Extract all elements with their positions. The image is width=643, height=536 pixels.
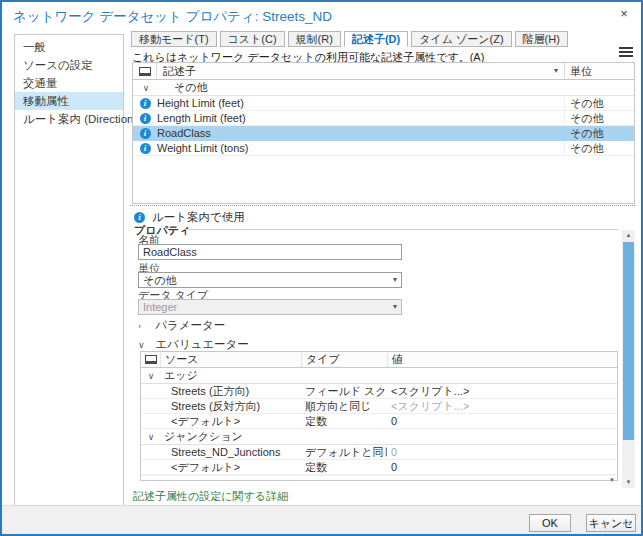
table-row[interactable]: i Length Limit (feet) その他 [133, 111, 634, 126]
scroll-down-icon[interactable]: ▼ [609, 477, 615, 483]
table-row[interactable]: i Height Limit (feet) その他 [133, 96, 634, 111]
evaluators-section-label: エバリュエーター [155, 338, 249, 350]
info-icon: i [133, 96, 157, 110]
unit-select-value: その他 [143, 274, 177, 286]
descriptor-help-link[interactable]: 記述子属性の設定に関する詳細 [133, 489, 288, 504]
tab-hierarchy[interactable]: 階層(H) [515, 31, 568, 47]
close-icon[interactable]: × [616, 6, 632, 21]
divider [185, 229, 618, 230]
evaluator-value: 0 [387, 445, 617, 459]
descriptor-unit: その他 [564, 141, 634, 155]
info-icon: i [133, 126, 157, 140]
chevron-expanded-icon[interactable]: ∨ [133, 81, 159, 96]
source-column-header[interactable]: ソース [161, 352, 301, 367]
sidebar-item-source-settings[interactable]: ソースの設定 [15, 56, 123, 74]
table-row-selected[interactable]: i RoadClass その他 [133, 126, 634, 141]
evaluator-source: <デフォルト> [161, 460, 301, 474]
evaluator-source: Streets (正方向) [161, 384, 301, 398]
datatype-select-value: Integer [143, 301, 177, 313]
descriptor-name: Weight Limit (tons) [157, 141, 564, 155]
table-row[interactable]: Streets (正方向) フィールド スクリプト <スクリプト...> [141, 384, 617, 399]
table-row[interactable]: <デフォルト> 定数 0 [141, 460, 617, 475]
evaluator-source: Streets_ND_Junctions [161, 445, 301, 459]
sidebar-item-travel-attributes[interactable]: 移動属性 [15, 92, 123, 110]
group-label: ジャンクション [164, 430, 243, 442]
table-row[interactable]: <デフォルト> 定数 0 [141, 414, 617, 429]
info-icon: i [134, 212, 145, 223]
tab-restrictions[interactable]: 規制(R) [288, 31, 341, 47]
cancel-button[interactable]: キャンセル [586, 514, 636, 532]
descriptor-table: 記述子 ▾ 単位 ∨ その他 i Height Limit (feet) その他… [132, 62, 635, 204]
evaluator-table-scroll-strip[interactable]: ▼ [141, 475, 617, 484]
descriptor-name: Height Limit (feet) [157, 96, 564, 110]
chevron-down-icon: ∨ [138, 340, 152, 350]
descriptor-name: Length Limit (feet) [157, 111, 564, 125]
sidebar-item-general[interactable]: 一般 [15, 38, 123, 56]
unit-column-header[interactable]: 単位 [564, 63, 634, 79]
tab-time-zones[interactable]: タイム ゾーン(Z) [411, 31, 511, 47]
scroll-down-icon[interactable]: ▼ [622, 477, 635, 488]
sidebar-item-directions[interactable]: ルート案内 (Directions) [15, 110, 123, 128]
evaluator-type: 定数 [301, 460, 387, 474]
descriptor-table-header: 記述子 ▾ 単位 [133, 63, 634, 80]
descriptor-column-label: 記述子 [163, 65, 196, 77]
ok-button[interactable]: OK [529, 514, 571, 532]
table-row[interactable]: Streets (反対方向) 順方向と同じ <スクリプト...> [141, 399, 617, 414]
evaluator-table: ソース タイプ 値 ∨ エッジ Streets (正方向) フィールド スクリプ… [140, 351, 618, 481]
evaluator-group-junctions[interactable]: ∨ ジャンクション [141, 429, 617, 445]
evaluator-value: <スクリプト...> [387, 384, 617, 398]
parameters-section-toggle[interactable]: › パラメーター [138, 318, 225, 333]
type-column-header[interactable]: タイプ [301, 352, 387, 367]
table-row[interactable]: Streets_ND_Junctions デフォルトと同じ 0 [141, 445, 617, 460]
chevron-expanded-icon: ∨ [141, 369, 161, 384]
info-icon: i [133, 141, 157, 155]
datatype-select: Integer ▾ [138, 299, 402, 315]
scrollbar-thumb[interactable] [623, 242, 634, 440]
tab-costs[interactable]: コスト(C) [220, 31, 285, 47]
descriptor-name: RoadClass [157, 126, 564, 140]
scroll-up-icon[interactable]: ▲ [622, 230, 635, 241]
group-label: その他 [174, 81, 208, 93]
display-icon [133, 63, 157, 79]
sidebar: 一般 ソースの設定 交通量 移動属性 ルート案内 (Directions) [14, 34, 124, 507]
evaluator-group-edges[interactable]: ∨ エッジ [141, 368, 617, 384]
evaluator-value: <スクリプト...> [387, 399, 617, 413]
chevron-down-icon: ▾ [393, 273, 397, 287]
descriptor-unit: その他 [564, 96, 634, 110]
table-row[interactable]: i Weight Limit (tons) その他 [133, 141, 634, 156]
parameters-section-label: パラメーター [155, 319, 225, 331]
evaluator-source: <デフォルト> [161, 414, 301, 428]
group-label: エッジ [164, 369, 198, 381]
tab-descriptors[interactable]: 記述子(D) [344, 31, 408, 47]
descriptor-unit: その他 [564, 111, 634, 125]
chevron-down-icon: ▾ [393, 300, 397, 314]
tab-strip: 移動モード(T) コスト(C) 規制(R) 記述子(D) タイム ゾーン(Z) … [131, 31, 571, 47]
tab-travel-modes[interactable]: 移動モード(T) [131, 31, 217, 47]
value-column-header[interactable]: 値 [387, 352, 617, 367]
divider [130, 205, 635, 206]
evaluator-table-header: ソース タイプ 値 [141, 352, 617, 368]
evaluator-source: Streets (反対方向) [161, 399, 301, 413]
info-icon: i [133, 111, 157, 125]
evaluator-value: 0 [387, 460, 617, 474]
dialog-title: ネットワーク データセット プロパティ: Streets_ND [13, 8, 332, 26]
hamburger-menu-icon[interactable] [619, 47, 633, 59]
chevron-right-icon: › [138, 321, 152, 331]
evaluator-type: フィールド スクリプト [301, 384, 387, 398]
descriptor-group-other[interactable]: ∨ その他 [133, 80, 634, 96]
evaluator-value: 0 [387, 414, 617, 428]
descriptor-unit: その他 [564, 126, 634, 140]
chevron-expanded-icon: ∨ [141, 430, 161, 445]
chevron-down-icon[interactable]: ▾ [554, 63, 558, 79]
evaluators-section-toggle[interactable]: ∨ エバリュエーター [138, 337, 249, 352]
evaluator-type: 定数 [301, 414, 387, 428]
descriptor-column-header[interactable]: 記述子 ▾ [157, 63, 564, 79]
evaluator-type: デフォルトと同じ [301, 445, 387, 459]
display-icon [141, 352, 161, 367]
network-dataset-properties-dialog: ネットワーク データセット プロパティ: Streets_ND × 一般 ソース… [0, 0, 643, 536]
vertical-scrollbar[interactable]: ▲ ▼ [622, 230, 635, 488]
evaluator-type: 順方向と同じ [301, 399, 387, 413]
unit-select[interactable]: その他 ▾ [138, 272, 402, 288]
name-input[interactable]: RoadClass [138, 244, 402, 260]
sidebar-item-traffic[interactable]: 交通量 [15, 74, 123, 92]
